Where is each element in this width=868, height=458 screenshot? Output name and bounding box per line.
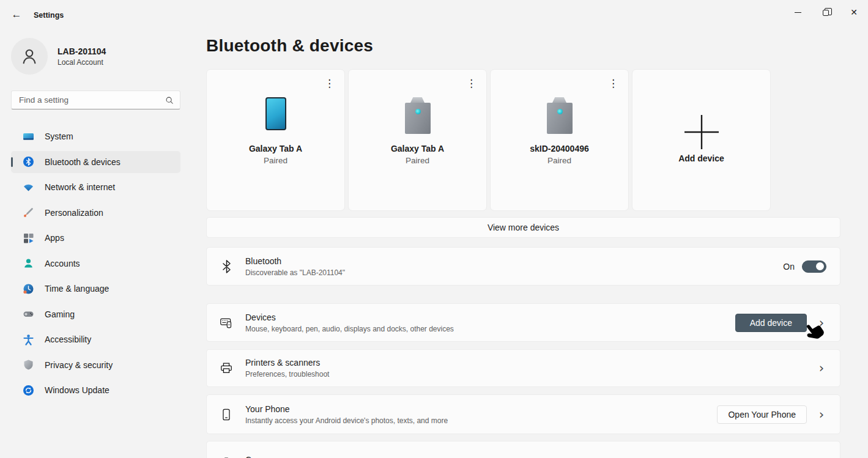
app-title: Settings: [34, 11, 64, 20]
sidebar-item-label: Time & language: [45, 284, 109, 294]
search-input[interactable]: [12, 95, 165, 105]
bluetooth-rune-icon: [220, 259, 233, 274]
main-content: Bluetooth & devices ⋮ Galaxy Tab A Paire…: [206, 28, 840, 458]
sidebar-item-gaming[interactable]: Gaming: [11, 303, 180, 325]
printers-scanners-row[interactable]: Printers & scanners Preferences, trouble…: [206, 349, 840, 387]
sidebar-item-label: Gaming: [45, 309, 75, 319]
sidebar-item-label: Accessibility: [45, 334, 91, 344]
open-your-phone-button[interactable]: Open Your Phone: [717, 405, 807, 424]
sidebar-item-label: Personalization: [45, 208, 103, 218]
minimize-icon: [795, 12, 801, 13]
printer-icon: [220, 361, 233, 375]
printers-row-subtitle: Preferences, troubleshoot: [245, 370, 329, 379]
your-phone-row[interactable]: Your Phone Instantly access your Android…: [206, 394, 840, 434]
add-device-button[interactable]: Add device: [735, 314, 807, 332]
device-name: Galaxy Tab A: [349, 144, 486, 153]
sidebar-item-label: System: [45, 131, 73, 141]
bluetooth-row-title: Bluetooth: [245, 256, 345, 266]
devices-row-subtitle: Mouse, keyboard, pen, audio, displays an…: [245, 325, 454, 333]
camera-icon: [220, 455, 233, 458]
bluetooth-toggle-row: Bluetooth Discoverable as "LAB-201104" O…: [206, 247, 840, 286]
device-status: Paired: [349, 156, 486, 165]
sidebar-item-label: Windows Update: [45, 385, 109, 395]
avatar: [11, 38, 48, 75]
close-icon: ✕: [850, 7, 858, 17]
more-options-icon[interactable]: ⋮: [466, 79, 477, 88]
sidebar-item-label: Apps: [45, 233, 64, 243]
device-name: Galaxy Tab A: [207, 144, 344, 153]
your-phone-row-title: Your Phone: [245, 404, 448, 414]
your-phone-row-subtitle: Instantly access your Android device's p…: [245, 416, 448, 425]
sidebar-item-privacy-security[interactable]: Privacy & security: [11, 354, 180, 376]
sidebar-item-time-language[interactable]: Time & language: [11, 278, 180, 300]
cameras-row-title: Cameras: [245, 455, 280, 458]
gamepad-icon: [23, 308, 34, 320]
toggle-state-label: On: [783, 262, 795, 271]
page-title: Bluetooth & devices: [206, 36, 373, 56]
device-status: Paired: [491, 156, 628, 165]
chevron-right-icon[interactable]: ›: [812, 408, 831, 421]
shield-icon: [23, 359, 34, 371]
devices-icon: [220, 315, 233, 330]
devices-row-title: Devices: [245, 312, 454, 322]
sidebar-item-label: Accounts: [45, 259, 80, 268]
sidebar-item-accessibility[interactable]: Accessibility: [11, 328, 180, 350]
sidebar-item-network-internet[interactable]: Network & internet: [11, 176, 180, 198]
window-controls: ✕: [784, 0, 868, 24]
phone-icon: [220, 407, 233, 422]
search-icon[interactable]: [165, 96, 174, 105]
chevron-right-icon[interactable]: ›: [812, 362, 831, 374]
plus-icon: [632, 114, 770, 150]
sidebar-item-personalization[interactable]: Personalization: [11, 202, 180, 224]
view-more-devices-button[interactable]: View more devices: [206, 217, 840, 238]
add-device-label: Add device: [632, 153, 770, 163]
more-options-icon[interactable]: ⋮: [608, 79, 618, 88]
bluetooth-toggle[interactable]: [802, 260, 826, 273]
bluetooth-icon: [23, 156, 34, 168]
tablet-device-icon: [207, 97, 344, 130]
restore-button[interactable]: [812, 0, 840, 24]
sidebar-item-apps[interactable]: Apps: [11, 227, 180, 249]
account-type: Local Account: [57, 58, 106, 67]
device-name: skID-20400496: [491, 144, 628, 153]
sidebar-item-accounts[interactable]: Accounts: [11, 253, 180, 275]
view-more-label: View more devices: [488, 223, 559, 232]
sidebar: LAB-201104 Local Account System Bluetoot…: [0, 28, 196, 458]
account-name: LAB-201104: [57, 46, 106, 56]
wifi-icon: [23, 182, 34, 193]
sidebar-item-system[interactable]: System: [11, 125, 180, 147]
chevron-right-icon[interactable]: ›: [812, 317, 831, 329]
minimize-button[interactable]: [784, 0, 812, 24]
speaker-device-icon: [491, 97, 628, 134]
titlebar: ← Settings ✕: [0, 0, 868, 28]
system-icon: [23, 131, 34, 142]
sidebar-item-bluetooth-devices[interactable]: Bluetooth & devices: [11, 151, 180, 173]
clock-icon: [23, 283, 34, 295]
update-icon: [23, 385, 34, 396]
sidebar-item-label: Bluetooth & devices: [45, 157, 121, 167]
more-options-icon[interactable]: ⋮: [324, 79, 335, 88]
accounts-icon: [23, 257, 34, 269]
sidebar-nav: System Bluetooth & devices Network & int…: [11, 125, 180, 401]
device-cards: ⋮ Galaxy Tab A Paired ⋮ Galaxy Tab A Pai…: [206, 69, 771, 211]
device-card[interactable]: ⋮ skID-20400496 Paired: [490, 69, 629, 211]
add-device-card[interactable]: Add device: [632, 69, 771, 211]
sidebar-item-windows-update[interactable]: Windows Update: [11, 379, 180, 401]
restore-icon: [823, 10, 829, 16]
accessibility-icon: [23, 334, 34, 345]
device-status: Paired: [207, 156, 344, 165]
bluetooth-row-subtitle: Discoverable as "LAB-201104": [245, 268, 345, 277]
paintbrush-icon: [23, 207, 34, 218]
device-card[interactable]: ⋮ Galaxy Tab A Paired: [348, 69, 487, 211]
speaker-device-icon: [349, 97, 486, 134]
device-card[interactable]: ⋮ Galaxy Tab A Paired: [206, 69, 345, 211]
account-section[interactable]: LAB-201104 Local Account: [11, 38, 106, 75]
cameras-row[interactable]: Cameras: [206, 441, 840, 458]
devices-row[interactable]: Devices Mouse, keyboard, pen, audio, dis…: [206, 303, 840, 342]
sidebar-item-label: Network & internet: [45, 182, 115, 192]
back-icon[interactable]: ←: [9, 8, 24, 21]
close-button[interactable]: ✕: [840, 0, 868, 24]
toggle-knob: [816, 262, 824, 270]
sidebar-item-label: Privacy & security: [45, 360, 113, 370]
apps-icon: [23, 232, 34, 244]
